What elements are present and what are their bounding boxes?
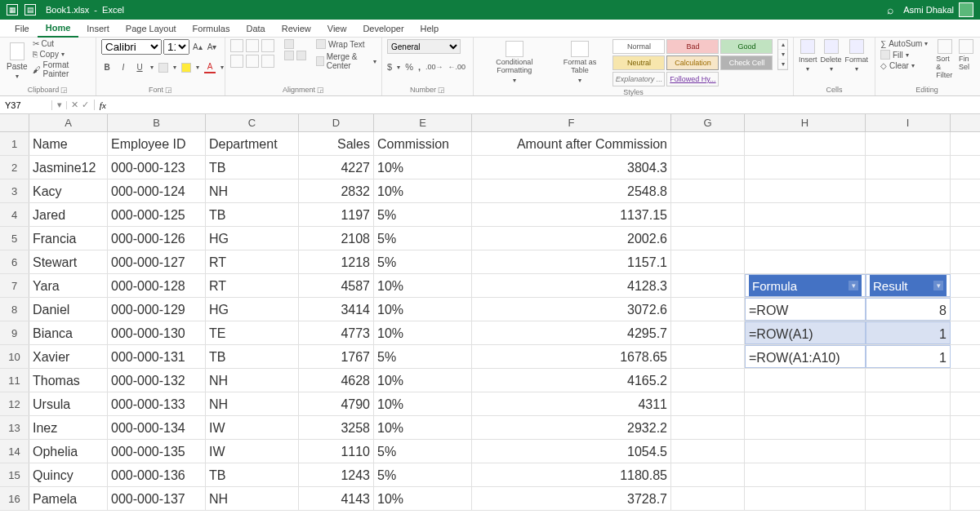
accounting-format-icon[interactable]: $ (387, 62, 392, 72)
cell-A12[interactable]: Ursula (29, 392, 108, 415)
format-painter-button[interactable]: 🖌Format Painter (33, 60, 91, 78)
cell-D13[interactable]: 3258 (299, 416, 374, 439)
cell-I14[interactable] (866, 440, 951, 463)
cell-D14[interactable]: 1110 (299, 440, 374, 463)
cell-B12[interactable]: 000-000-133 (108, 392, 206, 415)
cell-H9[interactable]: =ROW(A1) (745, 321, 866, 344)
orientation-icon[interactable] (284, 39, 294, 49)
cut-button[interactable]: ✂Cut (33, 39, 91, 48)
cell-F4[interactable]: 1137.15 (472, 203, 671, 226)
cell-A16[interactable]: Pamela (29, 487, 108, 510)
conditional-formatting-button[interactable]: Conditional Formatting▾ (479, 39, 550, 86)
name-box[interactable]: Y37 (0, 100, 52, 110)
font-launcher-icon[interactable]: ◲ (165, 86, 172, 94)
font-size-select[interactable]: 11 (163, 39, 189, 55)
cell-D7[interactable]: 4587 (299, 274, 374, 297)
cell-C2[interactable]: TB (206, 156, 299, 179)
cell-D2[interactable]: 4227 (299, 156, 374, 179)
account-control[interactable]: Asmi Dhakal (903, 2, 973, 17)
cell-B16[interactable]: 000-000-137 (108, 487, 206, 510)
col-header-d[interactable]: D (299, 114, 374, 131)
format-as-table-button[interactable]: Format as Table▾ (554, 39, 607, 86)
cell-B3[interactable]: 000-000-124 (108, 179, 206, 202)
merge-center-button[interactable]: Merge & Center ▾ (316, 52, 376, 70)
cell-B10[interactable]: 000-000-131 (108, 345, 206, 368)
filter-dropdown-icon[interactable]: ▾ (849, 281, 858, 290)
cell-A6[interactable]: Stewart (29, 250, 108, 273)
shrink-font-icon[interactable]: A▾ (206, 42, 219, 52)
cell-F2[interactable]: 3804.3 (472, 156, 671, 179)
cell-C11[interactable]: NH (206, 369, 299, 392)
cell-G12[interactable] (671, 392, 745, 415)
cell-G2[interactable] (671, 156, 745, 179)
cell-H11[interactable] (745, 369, 866, 392)
menu-help[interactable]: Help (412, 20, 448, 38)
worksheet-grid[interactable]: A B C D E F G H I 1NameEmployee IDDepart… (0, 114, 980, 514)
percent-format-icon[interactable]: % (405, 62, 413, 72)
row-header[interactable]: 1 (0, 132, 29, 155)
cell-E7[interactable]: 10% (374, 274, 472, 297)
cell-H12[interactable] (745, 392, 866, 415)
cell-D3[interactable]: 2832 (299, 179, 374, 202)
menu-formulas[interactable]: Formulas (185, 20, 238, 38)
cell-E15[interactable]: 5% (374, 463, 472, 486)
cell-D9[interactable]: 4773 (299, 321, 374, 344)
font-color-icon[interactable]: A (204, 61, 216, 73)
style-check-cell[interactable]: Check Cell (720, 55, 773, 70)
cell-E6[interactable]: 5% (374, 250, 472, 273)
find-select-button[interactable]: Fin Sel (959, 39, 973, 80)
cell-I1[interactable] (866, 132, 951, 155)
format-cells-button[interactable]: Format▾ (845, 39, 869, 73)
row-header[interactable]: 15 (0, 463, 29, 486)
cell-G14[interactable] (671, 440, 745, 463)
comma-format-icon[interactable]: , (418, 62, 421, 72)
cell-G16[interactable] (671, 487, 745, 510)
cell-C1[interactable]: Department (206, 132, 299, 155)
cell-F14[interactable]: 1054.5 (472, 440, 671, 463)
cell-B15[interactable]: 000-000-136 (108, 463, 206, 486)
cell-H14[interactable] (745, 440, 866, 463)
col-header-g[interactable]: G (671, 114, 745, 131)
row-header[interactable]: 12 (0, 392, 29, 415)
accept-formula-icon[interactable]: ✓ (82, 100, 89, 110)
cell-A15[interactable]: Quincy (29, 463, 108, 486)
cell-B7[interactable]: 000-000-128 (108, 274, 206, 297)
cell-G13[interactable] (671, 416, 745, 439)
cell-B9[interactable]: 000-000-130 (108, 321, 206, 344)
col-header-e[interactable]: E (374, 114, 472, 131)
cell-E8[interactable]: 10% (374, 298, 472, 321)
cell-A3[interactable]: Kacy (29, 179, 108, 202)
cell-D12[interactable]: 4790 (299, 392, 374, 415)
cell-A7[interactable]: Yara (29, 274, 108, 297)
menu-view[interactable]: View (319, 20, 355, 38)
cell-A5[interactable]: Francia (29, 227, 108, 250)
row-header[interactable]: 14 (0, 440, 29, 463)
fill-button[interactable]: Fill ▾ (880, 50, 928, 60)
cell-C15[interactable]: TB (206, 463, 299, 486)
copy-button[interactable]: ⎘Copy ▾ (33, 50, 91, 59)
menu-insert[interactable]: Insert (78, 20, 118, 38)
cell-C10[interactable]: TB (206, 345, 299, 368)
cell-B8[interactable]: 000-000-129 (108, 298, 206, 321)
cell-H13[interactable] (745, 416, 866, 439)
row-header[interactable]: 13 (0, 416, 29, 439)
row-header[interactable]: 7 (0, 274, 29, 297)
cell-E10[interactable]: 5% (374, 345, 472, 368)
menu-file[interactable]: File (7, 20, 38, 38)
bold-button[interactable]: B (101, 62, 113, 73)
cell-I16[interactable] (866, 487, 951, 510)
cell-G11[interactable] (671, 369, 745, 392)
cell-C9[interactable]: TE (206, 321, 299, 344)
col-header-a[interactable]: A (29, 114, 108, 131)
col-header-c[interactable]: C (206, 114, 299, 131)
col-header-h[interactable]: H (745, 114, 866, 131)
style-bad[interactable]: Bad (666, 39, 719, 54)
alignment-launcher-icon[interactable]: ◲ (317, 86, 324, 94)
autosum-button[interactable]: ∑AutoSum ▾ (880, 39, 928, 48)
cell-C8[interactable]: HG (206, 298, 299, 321)
number-launcher-icon[interactable]: ◲ (438, 86, 445, 94)
cell-G6[interactable] (671, 250, 745, 273)
cell-I5[interactable] (866, 227, 951, 250)
cell-C13[interactable]: IW (206, 416, 299, 439)
cell-F3[interactable]: 2548.8 (472, 179, 671, 202)
